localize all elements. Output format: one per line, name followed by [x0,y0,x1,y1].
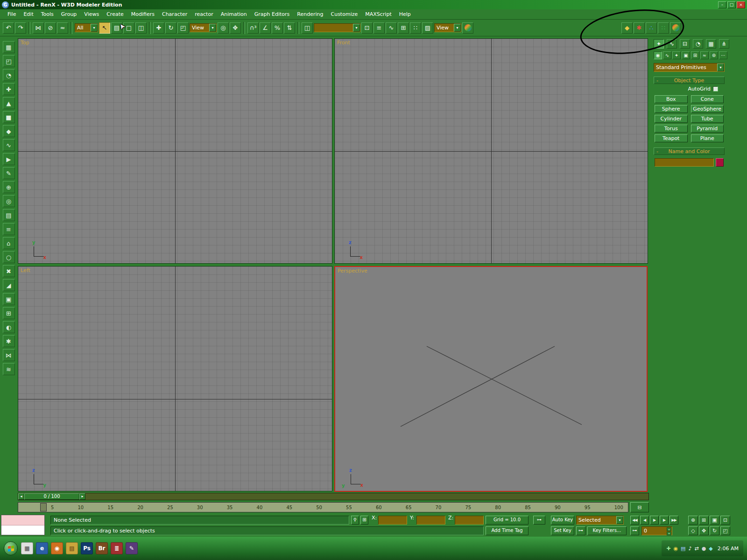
current-frame-marker[interactable] [40,503,47,511]
bind-to-space-warp-icon[interactable]: ≈ [57,22,68,34]
render-scene-icon[interactable]: ▨ [422,22,433,34]
select-and-scale-icon[interactable]: ◰ [177,22,189,34]
object-color-swatch[interactable] [716,158,724,167]
show-desktop-icon[interactable]: ▦ [21,542,33,554]
start-button[interactable] [4,541,18,555]
mirror-icon[interactable]: ◫ [302,22,313,34]
close-button[interactable]: × [737,1,745,8]
maxscript-mini-listener[interactable] [1,515,45,535]
category-more-icon[interactable]: ⋯ [719,51,727,59]
current-frame-field[interactable]: 0 ▴ ▾ [641,526,672,535]
delete-tool-icon[interactable]: ✖ [3,265,15,277]
y-coordinate-field[interactable] [416,516,445,525]
rotate-tool-icon[interactable]: ◔ [3,69,15,81]
plane-button[interactable]: Plane [691,134,724,142]
menu-item[interactable]: File [4,10,20,19]
viewport-left[interactable]: Left z y [18,266,332,491]
go-to-end-button[interactable]: ▶▶ [669,516,678,525]
volume-icon[interactable]: ♪ [688,546,691,552]
target-tool-icon[interactable]: ◎ [3,195,15,207]
add-time-tag-button[interactable]: Add Time Tag [486,526,529,535]
select-and-rotate-icon[interactable]: ↻ [165,22,176,34]
w3d-export-icon[interactable]: ● [670,22,681,34]
viewport-perspective[interactable]: Perspective z x y [334,266,648,492]
time-slider-track[interactable]: ◂ 0 / 100 ▸ [18,493,649,500]
percent-snap-icon[interactable]: % [272,22,283,34]
menu-item[interactable]: MAXScript [361,10,395,19]
window-crossing-icon[interactable]: ◫ [135,22,147,34]
media-player-icon[interactable]: ◉ [51,542,63,554]
menu-item[interactable]: Group [57,10,81,19]
maximize-button[interactable]: □ [727,1,736,8]
menu-item[interactable]: Graph Editors [251,10,294,19]
undo-icon[interactable]: ↶ [3,22,14,34]
spline-tool-icon[interactable]: ∿ [3,139,15,151]
frame-spinner[interactable]: ▴ ▾ [667,527,671,534]
w3d-vertex-paint-icon[interactable]: ✱ [634,22,645,34]
category-systems-icon[interactable]: ⊛ [710,51,718,59]
time-slider[interactable]: 0 / 100 [24,493,79,500]
x-coordinate-field[interactable] [378,516,407,525]
folder-icon[interactable]: ▤ [66,542,78,554]
snap-toggle-icon[interactable]: ∩³ [247,22,259,34]
viewport-config-icon[interactable]: ▦ [3,41,15,53]
autogrid-checkbox[interactable] [713,86,718,91]
chevron-down-icon[interactable]: ▾ [454,24,461,32]
auto-key-button[interactable]: Auto Key [551,516,574,525]
chevron-down-icon[interactable]: ▾ [353,24,360,32]
spinner-up-icon[interactable]: ▴ [667,527,671,531]
teapot-button[interactable]: Teapot [655,134,688,142]
chevron-down-icon[interactable]: ▾ [209,24,216,32]
material-editor-icon[interactable]: ∷ [410,22,421,34]
browser-icon[interactable]: e [36,542,48,554]
z-coordinate-field[interactable] [455,516,484,525]
messenger-icon[interactable]: ◆ [709,546,712,552]
selection-filter-dropdown[interactable]: All ▾ [75,23,98,32]
cylinder-button[interactable]: Cylinder [655,115,688,123]
key-mode-toggle-button[interactable]: ⊶ [630,526,639,535]
key-filters-button[interactable]: Key Filters... [587,526,627,535]
photoshop-icon[interactable]: Ps [81,542,93,554]
zoom-extents-all-button[interactable]: ⊡ [720,516,730,525]
play-button[interactable]: ▶ [650,516,659,525]
tab-hierarchy-icon[interactable]: ⊟ [680,39,690,49]
usb-icon[interactable]: ● [702,546,706,552]
field-of-view-button[interactable]: ◇ [688,526,698,535]
category-cameras-icon[interactable]: ▣ [682,51,690,59]
redo-icon[interactable]: ↷ [15,22,26,34]
pen-tool-icon[interactable]: ✎ [3,167,15,179]
category-helpers-icon[interactable]: ⊞ [691,51,699,59]
system-menu-icon[interactable]: G [2,1,9,8]
pyramid-button[interactable]: Pyramid [691,125,724,133]
rectangular-selection-icon[interactable]: □ [123,22,134,34]
category-shapes-icon[interactable]: ∿ [663,51,671,59]
tab-display-icon[interactable]: ▦ [706,39,716,49]
align-icon[interactable]: ⊡ [361,22,373,34]
unlink-selection-icon[interactable]: ⊘ [45,22,56,34]
schematic-view-icon[interactable]: ⊞ [398,22,409,34]
torus-button[interactable]: Torus [655,125,688,133]
select-and-link-icon[interactable]: ⋈ [33,22,44,34]
previous-frame-button[interactable]: ◀ [640,516,649,525]
w3d-bone-tools-icon[interactable]: ∴ [646,22,657,34]
open-mini-curve-editor-button[interactable]: ⊟ [630,502,649,512]
zoom-all-button[interactable]: ⊞ [699,516,709,525]
object-type-rollout[interactable]: - Object Type [654,77,725,84]
notes-icon[interactable]: ✎ [126,542,138,554]
antivirus-icon[interactable]: ✚ [666,546,670,552]
set-key-button[interactable]: Set Key [551,526,574,535]
track-bar[interactable]: 5101520253035404550556065707580859095100 [18,502,628,512]
object-name-field[interactable] [655,158,714,167]
key-filters-icon[interactable]: ⊶ [576,526,585,535]
viewport-top[interactable]: Top y x [18,38,332,264]
panel-tool-icon[interactable]: ▣ [3,293,15,305]
move-tool-icon[interactable]: ✚ [3,83,15,95]
play-tool-icon[interactable]: ▶ [3,153,15,165]
spinner-down-icon[interactable]: ▾ [667,532,671,535]
menu-item[interactable]: Character [158,10,191,19]
angle-snap-icon[interactable]: ∠ [260,22,271,34]
tube-button[interactable]: Tube [691,115,724,123]
menu-item[interactable]: Modifiers [127,10,158,19]
min-max-toggle-button[interactable]: ◰ [720,526,730,535]
menu-item[interactable]: Create [103,10,127,19]
